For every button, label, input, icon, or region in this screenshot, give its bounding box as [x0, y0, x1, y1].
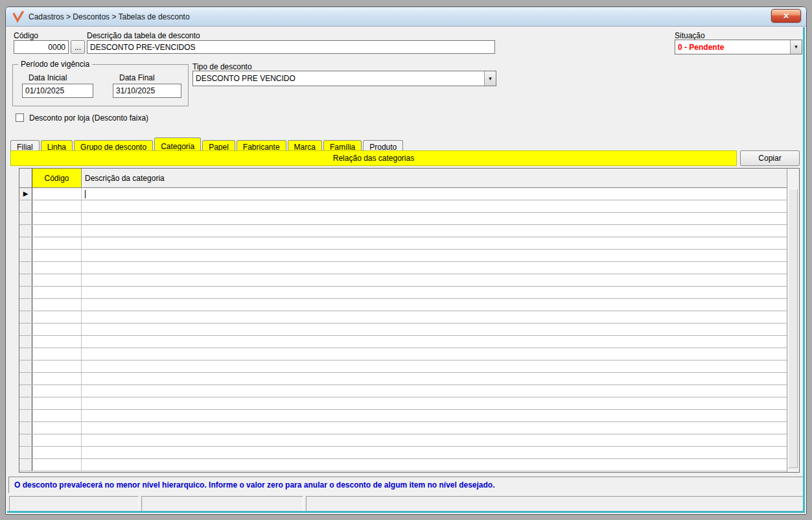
table-row[interactable]	[19, 213, 787, 225]
descricao-column-header[interactable]: Descrição da categoria	[82, 169, 787, 187]
cell-descricao[interactable]	[82, 373, 787, 384]
cell-codigo[interactable]	[32, 385, 82, 397]
descricao-field[interactable]: DESCONTO PRE-VENCIDOS	[87, 40, 495, 54]
cell-descricao[interactable]	[82, 336, 787, 348]
table-row[interactable]	[19, 336, 787, 348]
cell-descricao[interactable]	[82, 324, 787, 335]
cell-descricao[interactable]	[82, 410, 787, 421]
table-row[interactable]	[19, 311, 787, 324]
cell-descricao[interactable]	[82, 434, 787, 446]
table-row[interactable]	[19, 385, 787, 397]
cell-codigo[interactable]	[32, 447, 82, 458]
table-row[interactable]	[19, 287, 787, 299]
cell-codigo[interactable]	[32, 213, 82, 224]
cell-codigo[interactable]	[32, 459, 82, 471]
row-indicator-cell	[19, 299, 32, 311]
chevron-down-icon[interactable]: ▼	[484, 71, 496, 86]
row-indicator-cell	[19, 434, 32, 446]
table-row[interactable]	[19, 434, 787, 447]
data-inicial-field[interactable]: 01/10/2025	[22, 84, 93, 98]
browse-button[interactable]: ...	[71, 40, 85, 54]
tipo-desconto-combobox[interactable]: DESCONTO PRE VENCIDO ▼	[192, 71, 496, 86]
cell-descricao[interactable]	[82, 447, 787, 458]
cell-descricao[interactable]	[82, 225, 787, 237]
row-indicator-cell	[19, 360, 32, 372]
vertical-scrollbar[interactable]	[787, 169, 799, 472]
cell-codigo[interactable]	[32, 434, 82, 446]
periodo-groupbox: Período de vigência Data Inicial 01/10/2…	[12, 64, 189, 106]
row-indicator-cell	[19, 385, 32, 397]
copiar-button[interactable]: Copiar	[740, 150, 800, 166]
cell-descricao[interactable]	[82, 311, 787, 323]
row-indicator-cell	[19, 324, 32, 335]
cell-codigo[interactable]	[32, 237, 82, 249]
situacao-combobox[interactable]: 0 - Pendente ▼	[675, 40, 802, 54]
cell-descricao[interactable]	[82, 385, 787, 397]
cell-descricao[interactable]	[82, 200, 787, 212]
desconto-por-loja-checkbox[interactable]	[16, 113, 24, 122]
cell-descricao[interactable]	[82, 422, 787, 434]
table-row[interactable]	[19, 397, 787, 410]
table-row[interactable]	[19, 274, 787, 287]
cell-codigo[interactable]	[32, 262, 82, 274]
row-indicator-cell	[19, 336, 32, 348]
window-title: Cadastros > Descontos > Tabelas de desco…	[29, 12, 190, 21]
table-row[interactable]	[19, 447, 787, 459]
codigo-column-header[interactable]: Código	[32, 169, 82, 187]
cell-codigo[interactable]	[32, 373, 82, 384]
cell-descricao[interactable]	[82, 188, 787, 200]
cell-descricao[interactable]	[82, 274, 787, 286]
tipo-desconto-value: DESCONTO PRE VENCIDO	[193, 71, 484, 86]
table-row[interactable]	[19, 250, 787, 262]
table-row[interactable]: ▶	[19, 188, 787, 200]
cell-codigo[interactable]	[32, 225, 82, 237]
cell-codigo[interactable]	[32, 299, 82, 311]
row-indicator-cell	[19, 311, 32, 323]
table-row[interactable]	[19, 262, 787, 274]
cell-codigo[interactable]	[32, 250, 82, 261]
situacao-label: Situação	[675, 31, 705, 40]
cell-codigo[interactable]	[32, 274, 82, 286]
cell-codigo[interactable]	[32, 188, 82, 200]
cell-descricao[interactable]	[82, 287, 787, 298]
codigo-field[interactable]: 0000	[14, 40, 69, 54]
scrollbar-thumb[interactable]	[788, 189, 798, 468]
data-final-field[interactable]: 31/10/2025	[113, 84, 181, 98]
desconto-por-loja-label: Desconto por loja (Desconto faixa)	[29, 113, 148, 123]
table-row[interactable]	[19, 324, 787, 336]
cell-codigo[interactable]	[32, 311, 82, 323]
cell-codigo[interactable]	[32, 422, 82, 434]
chevron-down-icon[interactable]: ▼	[790, 40, 802, 54]
cell-descricao[interactable]	[82, 459, 787, 471]
table-row[interactable]	[19, 373, 787, 385]
categorias-table: Código Descrição da categoria ▶	[19, 168, 800, 473]
close-icon[interactable]: ✕	[771, 9, 801, 23]
cell-descricao[interactable]	[82, 397, 787, 409]
table-row[interactable]	[19, 237, 787, 250]
cell-codigo[interactable]	[32, 360, 82, 372]
cell-descricao[interactable]	[82, 348, 787, 360]
cell-codigo[interactable]	[32, 348, 82, 360]
table-row[interactable]	[19, 410, 787, 422]
cell-descricao[interactable]	[82, 360, 787, 372]
cell-descricao[interactable]	[82, 262, 787, 274]
table-row[interactable]	[19, 459, 787, 471]
cell-descricao[interactable]	[82, 299, 787, 311]
cell-descricao[interactable]	[82, 213, 787, 224]
cell-codigo[interactable]	[32, 287, 82, 298]
table-row[interactable]	[19, 299, 787, 311]
table-row[interactable]	[19, 422, 787, 434]
row-indicator-cell	[19, 237, 32, 249]
cell-codigo[interactable]	[32, 200, 82, 212]
cell-codigo[interactable]	[32, 324, 82, 335]
cell-codigo[interactable]	[32, 410, 82, 421]
table-row[interactable]	[19, 225, 787, 237]
table-row[interactable]	[19, 360, 787, 373]
periodo-legend: Período de vigência	[18, 60, 92, 69]
cell-descricao[interactable]	[82, 250, 787, 261]
cell-codigo[interactable]	[32, 397, 82, 409]
table-row[interactable]	[19, 348, 787, 360]
table-row[interactable]	[19, 200, 787, 213]
cell-codigo[interactable]	[32, 336, 82, 348]
cell-descricao[interactable]	[82, 237, 787, 249]
